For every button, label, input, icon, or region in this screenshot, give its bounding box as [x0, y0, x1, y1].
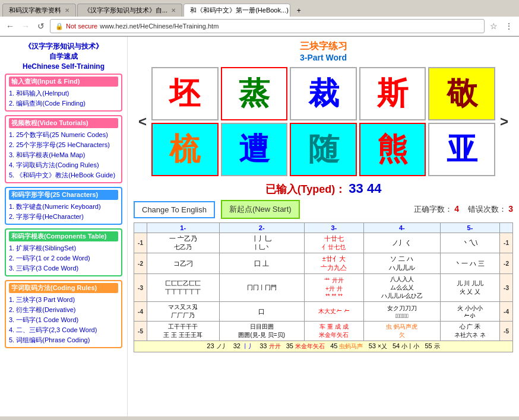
sidebar-title-line2: 自学速成 — [5, 52, 122, 62]
reload-button[interactable]: ↺ — [34, 20, 48, 33]
input-value: 33 44 — [349, 181, 381, 196]
sidebar-link-hema[interactable]: 3. 和码字根表(HeMa Map) — [9, 150, 118, 160]
correct-value: 4 — [454, 204, 459, 214]
cell-2-5: 丶一 ハ 三 — [440, 253, 499, 274]
sidebar-link-codefinding[interactable]: 2. 编码查询(Code Finding) — [9, 98, 118, 109]
char-9: 亚 — [447, 129, 477, 170]
tab-2-close[interactable]: ✕ — [171, 7, 176, 14]
forward-button[interactable]: → — [19, 20, 32, 33]
cell-4-5: 火 小小小𠂉小 — [440, 302, 499, 322]
new-start-button[interactable]: 新起点(New Start) — [221, 200, 300, 219]
sidebar-link-1code[interactable]: 3. 一码字(1 Code Word) — [9, 315, 118, 325]
char-cell-7[interactable]: 随 — [290, 123, 357, 176]
footer-item-2: 32 丨丿 — [233, 342, 254, 349]
cell-5-3: 车 重 成 成米金年矢石 — [304, 322, 363, 341]
char-cell-6[interactable]: 遭 — [221, 123, 288, 176]
sidebar-link-sibling[interactable]: 1. 扩展字根(SiblingSet) — [9, 243, 118, 253]
row-label--3-r: -3 — [500, 274, 513, 302]
cell-5-2: 日目田囲囲囲(見-見 贝=贝) — [219, 322, 304, 341]
page-content: 《汉字字形知识与技术》 自学速成 HeChinese Self-Training… — [0, 37, 519, 416]
sidebar-link-derivative[interactable]: 2. 衍生字根(Derivative) — [9, 305, 118, 315]
sidebar-section-video: 视频教程(Video Tutorials) 1. 25个数字码(25 Numer… — [5, 115, 122, 183]
cell-5-4: 虫 蚂马声虎欠 — [363, 322, 440, 341]
menu-button[interactable]: ⋮ — [502, 20, 515, 33]
footer-item-4: 35 米金年矢石 — [286, 342, 325, 349]
table-header-row: 1- 2- 3- 4- 5- — [134, 223, 513, 233]
footer-item-8: 55 示 — [425, 342, 439, 349]
table-row--5: -5 工干干干干王 王 王壬王耳 日目田囲囲囲(見-見 贝=贝) 车 重 成 成… — [134, 322, 513, 341]
sidebar-link-keyboard[interactable]: 1. 数字键盘(Numeric Keyboard) — [9, 202, 118, 212]
sidebar-section-rules: 字词取码方法(Coding Rules) 1. 三块字(3 Part Word)… — [5, 280, 122, 348]
row-label--5-r: -5 — [500, 322, 513, 341]
sidebar-link-phrase[interactable]: 5. 词组编码(Phrase Coding) — [9, 335, 118, 345]
footer-item-7: 54 小丨小 — [393, 342, 419, 349]
footer-item-6: 53 ×乂 — [369, 342, 387, 349]
sidebar-link-hecharacters[interactable]: 2. 25个字形字母(25 HeCharacters) — [9, 140, 118, 150]
tab-1[interactable]: 和码汉字教学资料 ✕ — [2, 4, 76, 17]
cell-5-1: 工干干干干王 王 王壬王耳 — [147, 322, 220, 341]
title-english: 3-Part Word — [134, 53, 513, 62]
sidebar-title-line3: HeChinese Self-Training — [5, 62, 122, 72]
sidebar-section-input-title: 输入查询(Input & Find) — [9, 77, 118, 87]
sidebar-link-23code[interactable]: 4. 二、三码字(2,3 Code Word) — [9, 325, 118, 335]
cell-1-1: 一 亠乙乃七乙乃 — [147, 233, 220, 253]
sidebar-link-hecharacter[interactable]: 2. 字形字母(HeCharacter) — [9, 212, 118, 222]
char-cell-1[interactable]: 蒸 — [221, 67, 288, 120]
table-row--2: -2 コ乙刁 囗 丄 ±廿亻大亠力九亼 ソ 二 ハハ儿儿ル 丶一 ハ 三 -2 — [134, 253, 513, 274]
tab-bar: 和码汉字教学资料 ✕ 《汉字字形知识与技术》自... ✕ 和《和码中文》第一册(… — [0, 0, 519, 17]
cell-4-3: 木大丈𠂉 𠂉 — [304, 302, 363, 322]
back-button[interactable]: ← — [4, 20, 17, 33]
cell-3-1: 匚匸匸乙匸匸丅丅丅丅丅丅 — [147, 274, 220, 302]
sidebar-link-numeric[interactable]: 1. 25个数字码(25 Numeric Codes) — [9, 130, 118, 140]
sidebar-section-chars: 和码字形字母(25 Characters) 1. 数字键盘(Numeric Ke… — [5, 187, 122, 225]
sidebar-section-chars-title: 和码字形字母(25 Characters) — [9, 190, 118, 200]
new-tab-button[interactable]: + — [293, 5, 305, 17]
char-cell-5[interactable]: 梳 — [151, 123, 219, 176]
sidebar-link-hebook[interactable]: 5. 《和码中文》教法(HeBook Guide) — [9, 170, 118, 180]
sidebar-section-components-title: 和码字根表(Components Table) — [9, 231, 118, 241]
cell-3-4: 八人入人ム么么乂ハ儿儿ル么ひ乙 — [363, 274, 440, 302]
header-col-5: 5- — [440, 223, 499, 233]
footer-item-5: 45 虫蚂马声 — [330, 342, 363, 349]
sidebar-link-3part[interactable]: 1. 三块字(3 Part Word) — [9, 295, 118, 305]
tab-3[interactable]: 和《和码中文》第一册(HeBook...) ✕ — [183, 4, 290, 17]
char-cell-8[interactable]: 熊 — [359, 123, 426, 176]
coding-table: 1- 2- 3- 4- 5- -1 一 亠乙乃七乙乃 丨丿乚丨乚丶 十廿七亻廿七… — [134, 222, 513, 352]
sidebar-section-rules-title: 字词取码方法(Coding Rules) — [9, 283, 118, 293]
cell-4-2: 口 — [219, 302, 304, 322]
table-footer-row: 23 ノ丿 32 丨丿 33 廾廾 35 米金年矢石 45 虫蚂马声 53 ×乂 — [134, 341, 513, 352]
cell-4-1: マス又ス刄厂厂厂乃 — [147, 302, 220, 322]
address-bar[interactable]: 🔒 Not secure www.hezi.net/HeChinese/HeTr… — [50, 19, 485, 33]
row-label--3: -3 — [134, 274, 147, 302]
tab-1-close[interactable]: ✕ — [65, 7, 69, 14]
table-row--1: -1 一 亠乙乃七乙乃 丨丿乚丨乚丶 十廿七亻廿七乜 ノ丿く 丶乀\ -1 — [134, 233, 513, 253]
char-cell-2[interactable]: 裁 — [290, 67, 357, 120]
url-text: www.hezi.net/HeChinese/HeTraining.htm — [100, 23, 219, 30]
cell-3-3: 艹 廾廾+廾 廾** ** ** — [304, 274, 363, 302]
sidebar-link-oneword[interactable]: 2. 一码字(1 or 2 code Word) — [9, 253, 118, 263]
sidebar-title-line1: 《汉字字形知识与技术》 — [5, 42, 122, 52]
char-2: 裁 — [308, 73, 339, 114]
prev-arrow[interactable]: < — [134, 113, 151, 130]
row-label--2: -2 — [134, 253, 147, 274]
char-cell-9[interactable]: 亚 — [428, 123, 495, 176]
bookmarks-button[interactable]: ☆ — [487, 20, 500, 33]
tab-2[interactable]: 《汉字字形知识与技术》自... ✕ — [77, 4, 182, 17]
cell-2-2: 囗 丄 — [219, 253, 304, 274]
char-cell-4[interactable]: 敬 — [428, 67, 495, 120]
cell-5-5: 心 广 禾ネ社六ネ ネ — [440, 322, 499, 341]
char-3: 斯 — [377, 73, 408, 114]
row-label--2-r: -2 — [500, 253, 513, 274]
footer-cell: 23 ノ丿 32 丨丿 33 廾廾 35 米金年矢石 45 虫蚂马声 53 ×乂 — [134, 341, 513, 352]
sidebar-link-threeword[interactable]: 3. 三码字(3 Code Word) — [9, 263, 118, 273]
sidebar-link-coding-rules[interactable]: 4. 字词取码方法(Coding Rules) — [9, 160, 118, 170]
main-title: 三块字练习 3-Part Word — [134, 40, 513, 62]
browser-chrome: 和码汉字教学资料 ✕ 《汉字字形知识与技术》自... ✕ 和《和码中文》第一册(… — [0, 0, 519, 37]
controls-bar: Change To English 新起点(New Start) 正确字数： 4… — [134, 200, 513, 219]
sidebar-link-helpinput[interactable]: 1. 和码输入(Helnput) — [9, 88, 118, 98]
char-cell-0[interactable]: 坯 — [151, 67, 219, 120]
change-to-english-button[interactable]: Change To English — [134, 201, 215, 218]
char-cell-3[interactable]: 斯 — [359, 67, 426, 120]
next-arrow[interactable]: > — [495, 113, 513, 130]
char-6: 遭 — [239, 129, 270, 170]
